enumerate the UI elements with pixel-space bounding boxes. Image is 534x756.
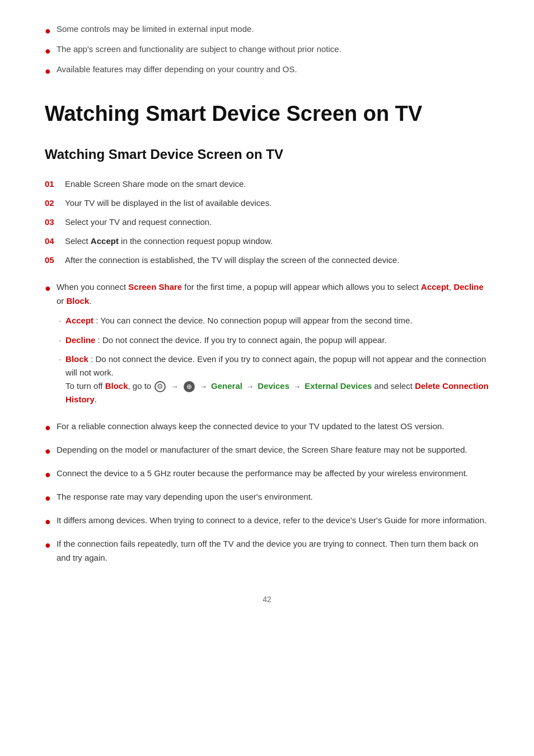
screen-share-intro: When you connect Screen Share for the fi… — [57, 282, 484, 306]
step-02: 02 Your TV will be displayed in the list… — [45, 196, 489, 210]
bottom-bullet-5: ● It differs among devices. When trying … — [45, 514, 489, 529]
bottom-bullet-2: ● Depending on the model or manufacturer… — [45, 443, 489, 459]
sub-dot-block: · — [59, 353, 61, 367]
bottom-bullet-1: ● For a reliable connection always keep … — [45, 420, 489, 435]
arrow-4: → — [293, 382, 301, 391]
intro-bullet-text-3: Available features may differ depending … — [57, 63, 297, 76]
step-03-text: Select your TV and request connection. — [65, 215, 212, 229]
sub-dot-decline: · — [59, 334, 61, 348]
block-option: · Block : Do not connect the device. Eve… — [59, 353, 489, 406]
step-04: 04 Select Accept in the connection reque… — [45, 234, 489, 248]
bottom-bullet-4: ● The response rate may vary depending u… — [45, 490, 489, 506]
step-03: 03 Select your TV and request connection… — [45, 215, 489, 229]
bullet-dot-3: ● — [45, 63, 51, 79]
arrow-3: → — [246, 382, 254, 391]
intro-bullet-text-2: The app's screen and functionality are s… — [57, 43, 341, 56]
note-dot-screenshare: ● — [45, 281, 51, 296]
accept-option: · Accept : You can connect the device. N… — [59, 314, 489, 328]
main-heading: Watching Smart Device Screen on TV — [45, 101, 489, 127]
bottom-bullet-3: ● Connect the device to a 5 GHz router b… — [45, 467, 489, 482]
bottom-dot-2: ● — [45, 444, 51, 459]
step-05: 05 After the connection is established, … — [45, 253, 489, 267]
circle-icon: ⊕ — [184, 381, 195, 392]
bottom-dot-1: ● — [45, 420, 51, 435]
intro-bullet-3: ● Available features may differ dependin… — [45, 63, 489, 79]
bottom-dot-6: ● — [45, 538, 51, 553]
step-04-text: Select Accept in the connection request … — [65, 234, 273, 248]
bottom-bullet-text-3: Connect the device to a 5 GHz router bec… — [57, 467, 468, 481]
sub-options: · Accept : You can connect the device. N… — [59, 314, 489, 407]
sub-dot-accept: · — [59, 314, 61, 328]
intro-bullet-text-1: Some controls may be limited in external… — [57, 22, 254, 36]
decline-text: Decline : Do not connect the device. If … — [65, 334, 387, 347]
step-05-num: 05 — [45, 253, 65, 267]
bottom-dot-3: ● — [45, 467, 51, 482]
intro-bullet-2: ● The app's screen and functionality are… — [45, 43, 489, 59]
numbered-steps: 01 Enable Screen Share mode on the smart… — [45, 177, 489, 267]
step-02-text: Your TV will be displayed in the list of… — [65, 196, 271, 210]
bottom-dot-4: ● — [45, 491, 51, 506]
gear-icon: ⚙ — [154, 381, 166, 392]
bottom-bullet-text-5: It differs among devices. When trying to… — [57, 514, 486, 528]
screen-share-note: ● When you connect Screen Share for the … — [45, 280, 489, 412]
bottom-bullet-text-6: If the connection fails repeatedly, turn… — [57, 537, 489, 565]
notes-section: ● When you connect Screen Share for the … — [45, 280, 489, 565]
intro-bullets: ● Some controls may be limited in extern… — [45, 22, 489, 79]
step-04-num: 04 — [45, 234, 65, 248]
bottom-bullet-text-4: The response rate may vary depending upo… — [57, 490, 313, 504]
bottom-bullet-6: ● If the connection fails repeatedly, tu… — [45, 537, 489, 565]
screen-share-content: When you connect Screen Share for the fi… — [57, 280, 489, 412]
step-01-text: Enable Screen Share mode on the smart de… — [65, 177, 246, 191]
bottom-dot-5: ● — [45, 514, 51, 529]
bottom-bullet-text-2: Depending on the model or manufacturer o… — [57, 443, 467, 457]
step-01-num: 01 — [45, 177, 65, 191]
sub-heading: Watching Smart Device Screen on TV — [45, 144, 489, 165]
page-number: 42 — [45, 593, 489, 605]
bullet-dot-2: ● — [45, 43, 51, 59]
decline-option: · Decline : Do not connect the device. I… — [59, 334, 489, 348]
accept-text: Accept : You can connect the device. No … — [65, 314, 413, 327]
step-02-num: 02 — [45, 196, 65, 210]
arrow-2: → — [200, 382, 207, 391]
step-01: 01 Enable Screen Share mode on the smart… — [45, 177, 489, 191]
bottom-bullet-text-1: For a reliable connection always keep th… — [57, 420, 444, 434]
arrow-1: → — [171, 382, 179, 391]
bullet-dot-1: ● — [45, 23, 51, 39]
intro-bullet-1: ● Some controls may be limited in extern… — [45, 22, 489, 39]
step-05-text: After the connection is established, the… — [65, 253, 400, 267]
block-text: Block : Do not connect the device. Even … — [65, 353, 489, 406]
step-03-num: 03 — [45, 215, 65, 229]
